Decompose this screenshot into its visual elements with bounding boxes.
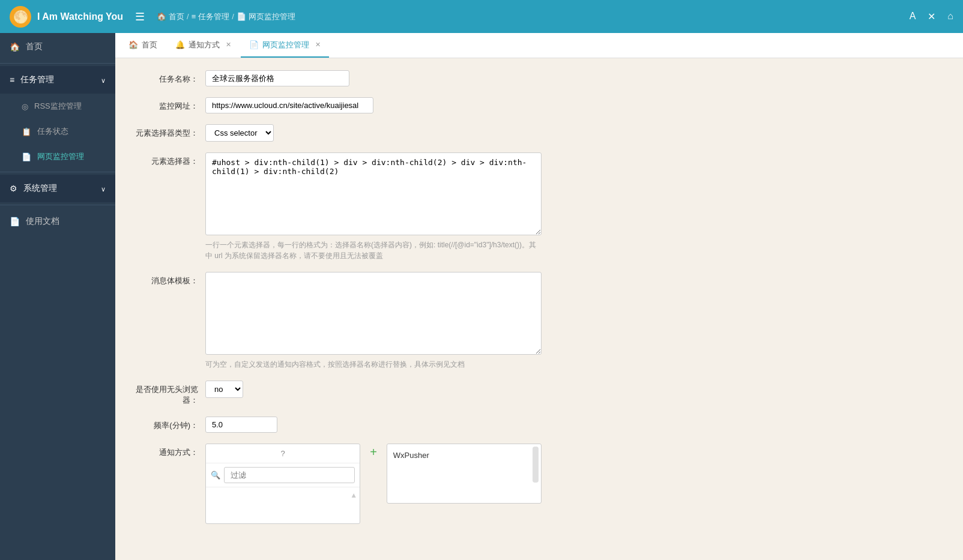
breadcrumb-sep1: / xyxy=(187,12,189,21)
tab-webmonitor-label: 网页监控管理 xyxy=(262,40,309,50)
sidebar-home-label: 首页 xyxy=(26,41,43,52)
tab-webmonitor-icon: 📄 xyxy=(249,40,259,49)
header-actions: A ✕ ⌂ xyxy=(910,11,953,22)
scroll-bar-vertical[interactable] xyxy=(533,447,539,483)
form-row-selector: 元素选择器： #uhost > div:nth-child(1) > div >… xyxy=(133,152,945,261)
selector-type-select[interactable]: Css selector XPath xyxy=(205,124,274,142)
message-hint: 可为空，自定义发送的通知内容格式，按照选择器名称进行替换，具体示例见文档 xyxy=(205,359,542,370)
sidebar-system-label: 系统管理 xyxy=(23,183,57,194)
docs-icon: 📄 xyxy=(10,217,20,226)
notification-filter-row: 🔍 xyxy=(206,463,360,487)
question-icon: ? xyxy=(280,449,285,458)
breadcrumb-web-icon: 📄 xyxy=(237,12,246,21)
sidebar-item-docs[interactable]: 📄 使用文档 xyxy=(0,208,115,235)
breadcrumb-webmonitor: 网页监控管理 xyxy=(249,11,295,22)
selector-textarea-wrapper: #uhost > div:nth-child(1) > div > div:nt… xyxy=(205,152,542,261)
content-area: 🏠 首页 🔔 通知方式 ✕ 📄 网页监控管理 ✕ 任务名称： xyxy=(115,33,963,560)
sidebar-divider-3 xyxy=(0,205,115,205)
tab-bar: 🏠 首页 🔔 通知方式 ✕ 📄 网页监控管理 ✕ xyxy=(115,33,963,58)
taskname-input[interactable] xyxy=(205,70,349,86)
headless-wrapper: no yes xyxy=(205,381,542,398)
calendar-icon: 📋 xyxy=(22,127,31,136)
sidebar-section-task[interactable]: ≡ 任务管理 xyxy=(0,66,115,94)
selector-type-label: 元素选择器类型： xyxy=(133,124,205,139)
breadcrumb-home-icon: 🏠 xyxy=(157,12,166,21)
selector-label: 元素选择器： xyxy=(133,152,205,167)
form-row-url: 监控网址： xyxy=(133,97,945,113)
tab-webmonitor-close[interactable]: ✕ xyxy=(315,41,321,48)
notification-selected-panel: WxPusher xyxy=(387,444,542,504)
logo-emoji: 🌕 xyxy=(13,10,28,24)
sidebar-item-task-status[interactable]: 📋 任务状态 xyxy=(0,119,115,144)
frequency-label: 频率(分钟)： xyxy=(133,417,205,431)
doc-icon: 📄 xyxy=(22,152,31,161)
tab-notification[interactable]: 🔔 通知方式 ✕ xyxy=(167,33,240,58)
add-notification-wrapper: + xyxy=(367,444,379,460)
sidebar-item-web-monitor[interactable]: 📄 网页监控管理 xyxy=(0,144,115,169)
taskname-label: 任务名称： xyxy=(133,70,205,85)
form-row-selector-type: 元素选择器类型： Css selector XPath xyxy=(133,124,945,142)
sidebar-divider-2 xyxy=(0,172,115,172)
taskname-field-wrapper xyxy=(205,70,542,86)
sidebar-docs-label: 使用文档 xyxy=(26,216,59,227)
font-icon[interactable]: A xyxy=(910,11,916,22)
url-field-wrapper xyxy=(205,97,542,113)
frequency-input[interactable] xyxy=(205,417,277,433)
notification-left-list: ▲ xyxy=(206,487,360,523)
tab-notif-close[interactable]: ✕ xyxy=(226,41,231,48)
app-title: I Am Watching You xyxy=(37,11,123,22)
breadcrumb-list-icon: ≡ xyxy=(192,12,196,21)
headless-label: 是否使用无头浏览器： xyxy=(133,381,205,406)
top-header: 🌕 I Am Watching You ☰ 🏠 首页 / ≡ 任务管理 / 📄 … xyxy=(0,0,963,33)
notification-label: 通知方式： xyxy=(133,444,205,458)
form-row-headless: 是否使用无头浏览器： no yes xyxy=(133,381,945,406)
notification-wrapper: ? 🔍 ▲ xyxy=(205,444,542,524)
sidebar-webmonitor-label: 网页监控管理 xyxy=(37,151,84,162)
selector-type-wrapper: Css selector XPath xyxy=(205,124,542,142)
home-icon xyxy=(10,42,20,52)
list-icon: ≡ xyxy=(10,75,14,85)
sidebar-taskstatus-label: 任务状态 xyxy=(37,126,68,137)
scroll-arrow-up-icon: ▲ xyxy=(350,491,357,499)
form-row-frequency: 频率(分钟)： xyxy=(133,417,945,433)
sidebar-item-rss[interactable]: ◎ RSS监控管理 xyxy=(0,94,115,119)
tab-home-label: 首页 xyxy=(142,40,157,50)
message-label: 消息体模板： xyxy=(133,272,205,286)
page-content: 任务名称： 监控网址： 元素选择器类型： Css selector XPat xyxy=(115,58,963,560)
notification-right-item: WxPusher xyxy=(393,449,524,462)
tab-notif-icon: 🔔 xyxy=(175,40,185,49)
frequency-wrapper xyxy=(205,417,542,433)
sidebar-item-home[interactable]: 首页 xyxy=(0,33,115,61)
message-textarea[interactable] xyxy=(205,272,542,355)
breadcrumb-home: 首页 xyxy=(169,11,184,22)
notification-right-scroll xyxy=(530,444,541,485)
gear-icon: ⚙ xyxy=(10,184,17,193)
tab-home[interactable]: 🏠 首页 xyxy=(120,33,166,58)
search-icon: 🔍 xyxy=(211,471,220,480)
sidebar: 首页 ≡ 任务管理 ◎ RSS监控管理 📋 任务状态 📄 网页监控管理 ⚙ xyxy=(0,33,115,560)
selector-textarea[interactable]: #uhost > div:nth-child(1) > div > div:nt… xyxy=(205,152,542,235)
notification-filter-input[interactable] xyxy=(224,467,355,483)
breadcrumb-task: 任务管理 xyxy=(198,11,229,22)
selector-hint: 一行一个元素选择器，每一行的格式为：选择器名称(选择器内容)，例如: title… xyxy=(205,239,542,261)
url-label: 监控网址： xyxy=(133,97,205,112)
form-row-notification: 通知方式： ? 🔍 xyxy=(133,444,945,524)
url-input[interactable] xyxy=(205,97,373,113)
add-notification-button[interactable]: + xyxy=(367,444,379,460)
headless-select[interactable]: no yes xyxy=(205,381,243,398)
chevron-down-icon-2 xyxy=(101,184,106,193)
home-icon[interactable]: ⌂ xyxy=(947,11,953,22)
form-row-message: 消息体模板： 可为空，自定义发送的通知内容格式，按照选择器名称进行替换，具体示例… xyxy=(133,272,945,370)
notification-available-panel: ? 🔍 ▲ xyxy=(205,444,360,524)
tab-webmonitor[interactable]: 📄 网页监控管理 ✕ xyxy=(241,33,329,58)
breadcrumb-sep2: / xyxy=(232,12,234,21)
app-logo: 🌕 xyxy=(10,6,31,28)
hamburger-icon[interactable]: ☰ xyxy=(135,10,145,23)
sidebar-section-system[interactable]: ⚙ 系统管理 xyxy=(0,175,115,202)
sidebar-divider-1 xyxy=(0,63,115,64)
sidebar-rss-label: RSS监控管理 xyxy=(34,101,82,112)
close-icon[interactable]: ✕ xyxy=(928,11,935,22)
sidebar-task-label: 任务管理 xyxy=(20,74,54,85)
notification-dual-list: ? 🔍 ▲ xyxy=(205,444,542,524)
breadcrumb: 🏠 首页 / ≡ 任务管理 / 📄 网页监控管理 xyxy=(157,11,295,22)
